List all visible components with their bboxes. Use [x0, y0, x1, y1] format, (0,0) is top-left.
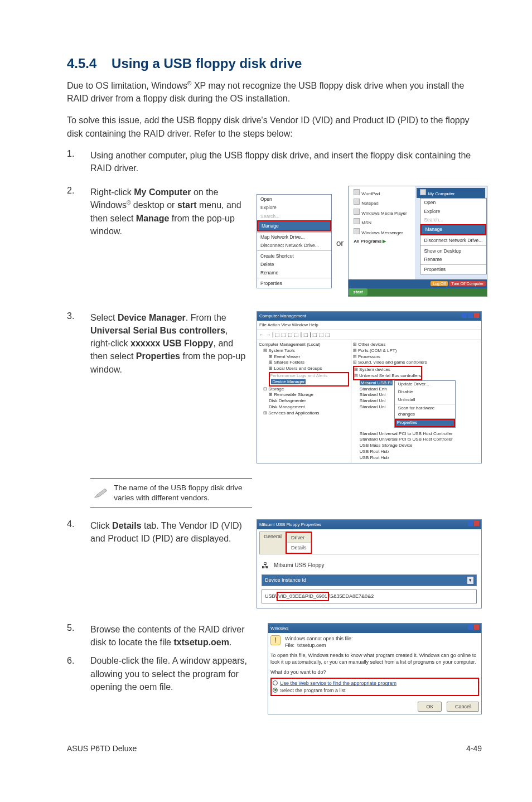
- window-titlebar: Computer Management: [257, 312, 481, 321]
- tree-root[interactable]: Computer Management (Local): [259, 342, 349, 348]
- menu-search[interactable]: Search...: [257, 212, 331, 220]
- step-number: 2.: [67, 186, 90, 300]
- menu-delete[interactable]: Delete: [257, 260, 331, 269]
- or-label: or: [336, 237, 344, 249]
- startmenu-allprograms[interactable]: All Programs ▶: [350, 237, 413, 245]
- step-1: 1. Using another computer, plug the USB …: [67, 149, 482, 175]
- tree-alerts[interactable]: Performance Logs and Alerts: [270, 373, 327, 378]
- help-icon[interactable]: [468, 625, 473, 630]
- startmenu-wordpad[interactable]: WordPad: [350, 188, 413, 198]
- tab-driver[interactable]: Driver: [287, 533, 311, 543]
- tree-shared[interactable]: Shared Folders: [274, 360, 304, 365]
- menu-manage[interactable]: Manage: [258, 221, 330, 230]
- startctx-explore[interactable]: Explore: [420, 207, 486, 215]
- note-box: The name of the USB floppy disk drive va…: [90, 478, 252, 508]
- startmenu-notepad[interactable]: Notepad: [350, 198, 413, 208]
- start-menu: WordPad Notepad Windows Media Player MSN…: [348, 186, 487, 297]
- step-5-6: 5. Browse the contents of the RAID drive…: [67, 623, 482, 718]
- startmenu-msn[interactable]: MSN: [350, 218, 413, 228]
- startctx-open[interactable]: Open: [420, 199, 486, 207]
- tab-details[interactable]: Details: [287, 543, 311, 553]
- dropdown-device-instance[interactable]: Device Instance Id ▾: [262, 574, 477, 586]
- step-number: 3.: [67, 311, 90, 467]
- ctx-properties[interactable]: Properties: [396, 420, 454, 426]
- menubar[interactable]: File Action View Window Help: [257, 321, 481, 330]
- dev-root2[interactable]: USB Root Hub: [353, 455, 480, 461]
- start-button[interactable]: start: [349, 288, 367, 296]
- tree-svc[interactable]: Services and Applications: [268, 410, 319, 416]
- dev-sysdev[interactable]: System devices: [359, 367, 390, 372]
- radio-list[interactable]: Select the program from a list: [273, 687, 477, 694]
- dev-std3[interactable]: Standard Uni: [360, 398, 386, 403]
- cancel-button[interactable]: Cancel: [447, 702, 479, 712]
- menu-explore[interactable]: Explore: [257, 204, 331, 212]
- tree-defrag[interactable]: Disk Defragmenter: [269, 398, 306, 403]
- startctx-disconnect[interactable]: Disconnect Network Drive...: [420, 236, 486, 245]
- radio-web[interactable]: Use the Web service to find the appropri…: [273, 680, 477, 687]
- menu-shortcut[interactable]: Create Shortcut: [257, 252, 331, 260]
- section-heading: 4.5.4 Using a USB floppy disk drive: [67, 56, 482, 71]
- ctx-scan[interactable]: Scan for hardware changes: [395, 404, 455, 418]
- tree-storage[interactable]: Storage: [268, 386, 284, 392]
- close-icon[interactable]: [474, 625, 479, 630]
- page-footer: ASUS P6TD Deluxe 4-49: [67, 744, 482, 753]
- startctx-manage[interactable]: Manage: [422, 225, 485, 234]
- dev-sound[interactable]: Sound, video and game controllers: [358, 360, 427, 365]
- what-do: What do you want to do?: [270, 669, 479, 675]
- startctx-rename[interactable]: Rename: [420, 255, 486, 264]
- ok-button[interactable]: OK: [418, 702, 442, 712]
- startctx-props[interactable]: Properties: [420, 265, 486, 274]
- device-id-value: USB\VID_03EE&PID_6901\5&35EDA8E7&0&2: [262, 590, 477, 603]
- tree-remov[interactable]: Removable Storage: [274, 392, 313, 397]
- startctx-showdesk[interactable]: Show on Desktop: [420, 247, 486, 255]
- dev-std4[interactable]: Standard Uni: [360, 404, 386, 409]
- dev-mitsumi[interactable]: Mitsumi USB Fl: [360, 380, 393, 385]
- turnoff-button[interactable]: Turn Off Computer: [449, 281, 486, 286]
- maximize-icon[interactable]: [468, 313, 473, 318]
- dev-root1[interactable]: USB Root Hub: [353, 449, 480, 455]
- step-3-illustration: Computer Management File Action View Win…: [257, 311, 482, 467]
- dev-std2[interactable]: Standard Uni: [360, 392, 386, 397]
- toolbar[interactable]: ← → | ⬚ ⬚ ⬚ ⬚ | ⬚ | ⬚ ⬚ ⬚: [257, 330, 481, 340]
- dev-ports[interactable]: Ports (COM & LPT): [358, 348, 396, 353]
- window-title: Computer Management: [259, 313, 306, 320]
- ctx-update[interactable]: Update Driver...: [395, 381, 455, 389]
- footer-left: ASUS P6TD Deluxe: [67, 744, 137, 753]
- startmenu-mycomputer[interactable]: My Computer: [417, 188, 485, 198]
- window-titlebar: Windows: [268, 624, 481, 633]
- window-title: Windows: [270, 625, 288, 632]
- dev-std6[interactable]: Standard Universal PCI to USB Host Contr…: [353, 437, 480, 443]
- tree-users[interactable]: Local Users and Groups: [274, 366, 322, 371]
- intro-paragraph-2: To solve this issue, add the USB floppy …: [67, 114, 482, 139]
- dev-std1[interactable]: Standard Enh: [360, 386, 387, 392]
- startctx-search[interactable]: Search...: [420, 215, 486, 224]
- help-icon[interactable]: [468, 521, 473, 526]
- dev-mass[interactable]: USB Mass Storage Device: [353, 443, 480, 449]
- dev-other[interactable]: Other devices: [358, 342, 385, 347]
- menu-open[interactable]: Open: [257, 195, 331, 203]
- step-text: Using another computer, plug the USB flo…: [90, 149, 482, 175]
- tree-evt[interactable]: Event Viewer: [274, 354, 300, 359]
- menu-properties[interactable]: Properties: [257, 279, 331, 287]
- close-icon[interactable]: [474, 521, 479, 526]
- step-2: 2. Right-click My Computer on the Window…: [67, 186, 482, 300]
- ctx-uninstall[interactable]: Uninstall: [395, 396, 455, 404]
- dev-std5[interactable]: Standard Universal PCI to USB Host Contr…: [353, 431, 480, 437]
- ctx-disable[interactable]: Disable: [395, 389, 455, 397]
- tree-diskmg[interactable]: Disk Management: [269, 404, 304, 409]
- tree-devmgr[interactable]: Device Manager: [271, 379, 306, 384]
- tree-systools[interactable]: System Tools: [268, 348, 294, 353]
- close-icon[interactable]: [474, 313, 479, 318]
- logoff-button[interactable]: Log Off: [431, 281, 448, 286]
- note-text: The name of the USB floppy disk drive va…: [114, 483, 249, 503]
- startmenu-wmp[interactable]: Windows Media Player: [350, 207, 413, 218]
- menu-rename[interactable]: Rename: [257, 269, 331, 277]
- minimize-icon[interactable]: [462, 313, 467, 318]
- step-text: Click Details tab. The Vendor ID (VID) a…: [90, 519, 246, 545]
- dev-proc[interactable]: Processors: [358, 354, 380, 359]
- tab-general[interactable]: General: [259, 532, 286, 554]
- dev-usbctrl[interactable]: Universal Serial Bus controllers: [359, 373, 421, 378]
- startmenu-messenger[interactable]: Windows Messenger: [350, 228, 413, 238]
- menu-disconnect[interactable]: Disconnect Network Drive...: [257, 241, 331, 250]
- menu-map[interactable]: Map Network Drive...: [257, 233, 331, 241]
